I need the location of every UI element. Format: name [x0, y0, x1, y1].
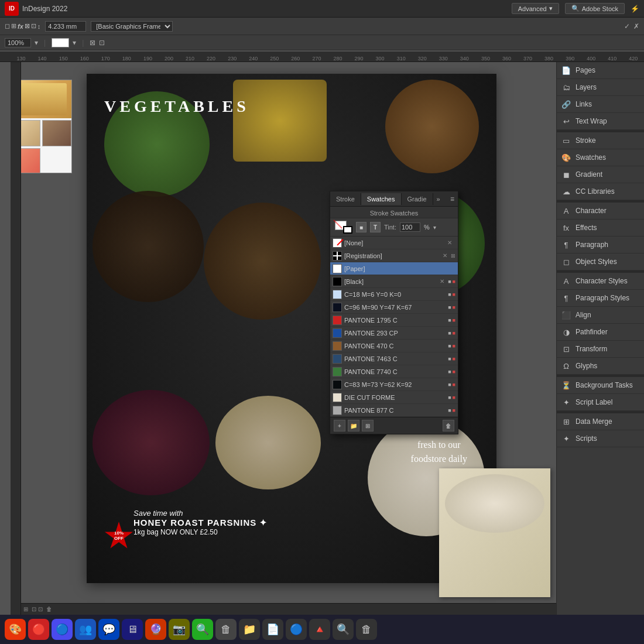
swatch-row-c83m73y62k92[interactable]: C=83 M=73 Y=62 K=92■■: [330, 378, 458, 391]
taskbar-icon-4[interactable]: 💬: [98, 619, 119, 640]
tab-stroke[interactable]: Stroke: [330, 193, 361, 205]
panel-item-paragraph[interactable]: ¶Paragraph: [557, 237, 644, 254]
new-swatch-icon[interactable]: +: [334, 420, 345, 431]
tint-arrow[interactable]: ▾: [433, 224, 436, 231]
advanced-button[interactable]: Advanced ▾: [512, 3, 559, 14]
swatch-type-c96m90y47k67: ■■: [448, 304, 455, 310]
swatch-row-die-cut-forme[interactable]: DIE CUT FORME■■: [330, 391, 458, 404]
panel-item-swatches[interactable]: 🎨Swatches: [557, 149, 644, 166]
panel-item-object-styles[interactable]: ◻Object Styles: [557, 254, 644, 270]
toolbar-row1: ◻ ⊞ fx ⊠ ⊡ ↕ [Basic Graphics Frame]+ [Ba…: [0, 18, 644, 35]
swatch-name-c96m90y47k67: C=96 M=90 Y=47 K=67: [344, 304, 444, 311]
none-indicator: [335, 221, 347, 230]
panel-item-scripts[interactable]: ✦Scripts: [557, 430, 644, 447]
panel-item-character[interactable]: ACharacter: [557, 203, 644, 220]
cc-libraries-icon: ☁: [561, 187, 571, 196]
swatch-row-paper[interactable]: [Paper]: [330, 262, 458, 275]
swatch-name-none: [None]: [344, 239, 445, 246]
swatch-color-pantone1795c: [333, 316, 342, 325]
swatch-row-pantone7740c[interactable]: PANTONE 7740 C■■: [330, 365, 458, 378]
taskbar-icon-8[interactable]: 🔍: [192, 619, 213, 640]
color-preview[interactable]: [335, 221, 352, 234]
adobe-stock-button[interactable]: 🔍 Adobe Stock: [565, 3, 625, 14]
panel-item-transform[interactable]: ⊡Transform: [557, 341, 644, 358]
grid-icon[interactable]: ⊞: [362, 420, 374, 431]
taskbar-extra-icon-3[interactable]: 🔺: [309, 619, 330, 640]
panel-item-links[interactable]: 🔗Links: [557, 96, 644, 113]
swatch-row-registration[interactable]: [Registration]✕⊠: [330, 249, 458, 262]
panel-item-script-label[interactable]: ✦Script Label: [557, 394, 644, 411]
taskbar-extra-icon-4[interactable]: 🔍: [333, 619, 354, 640]
panel-item-background-tasks[interactable]: ⏳Background Tasks: [557, 377, 644, 394]
panel-item-effects[interactable]: fxEffects: [557, 220, 644, 237]
panel-item-pathfinder[interactable]: ◑Pathfinder: [557, 324, 644, 341]
taskbar-icon-2[interactable]: 🔵: [52, 619, 73, 640]
stroke-label: Stroke: [576, 136, 596, 145]
panel-item-text-wrap[interactable]: ↩Text Wrap: [557, 113, 644, 130]
tint-input[interactable]: [400, 222, 420, 232]
character-styles-icon: A: [561, 276, 571, 286]
taskbar-extra-icon-0[interactable]: 📁: [239, 619, 260, 640]
swatches-icon: 🎨: [561, 153, 571, 162]
panel-item-layers[interactable]: 🗂Layers: [557, 79, 644, 96]
format-fill-btn[interactable]: ■: [356, 222, 366, 232]
tab-gradie[interactable]: Gradie: [402, 193, 433, 205]
swatch-row-black[interactable]: [Black]✕■■: [330, 275, 458, 288]
panel-item-paragraph-styles[interactable]: ¶Paragraph Styles: [557, 290, 644, 307]
swatch-color-none: [333, 238, 342, 248]
swatch-color-pantone293cp: [333, 328, 342, 338]
swatch-type-pantone7740c: ■■: [448, 369, 455, 375]
tab-swatches[interactable]: Swatches: [361, 193, 402, 205]
canvas-area[interactable]: A: [11, 62, 556, 615]
delete-swatch-icon[interactable]: 🗑: [443, 420, 454, 431]
align-icon: ⬛: [561, 310, 571, 320]
zoom-input[interactable]: [5, 38, 31, 47]
swatch-row-pantone1795c[interactable]: PANTONE 1795 C■■: [330, 314, 458, 327]
lightning-icon: ⚡: [631, 5, 639, 13]
taskbar-icon-1[interactable]: 🔴: [28, 619, 49, 640]
color-swatch-preview[interactable]: [52, 38, 69, 47]
folder-icon[interactable]: 📁: [348, 420, 359, 431]
swatch-row-none[interactable]: [None]✕: [330, 237, 458, 249]
swatch-row-pantone877c[interactable]: PANTONE 877 C■■: [330, 404, 458, 417]
taskbar-extra-icon-1[interactable]: 📄: [262, 619, 283, 640]
panel-item-character-styles[interactable]: ACharacter Styles: [557, 273, 644, 290]
more-tabs-button[interactable]: »: [433, 193, 444, 205]
taskbar-icon-3[interactable]: 👥: [75, 619, 96, 640]
swatch-type-pantone293cp: ■■: [448, 330, 455, 336]
taskbar-icon-9[interactable]: 🗑: [215, 619, 237, 640]
panel-item-stroke[interactable]: ▭Stroke: [557, 132, 644, 149]
frame-type-select[interactable]: [Basic Graphics Frame]+ [Basic Text Fram…: [91, 21, 173, 32]
align-label: Align: [576, 311, 591, 319]
character-styles-label: Character Styles: [576, 277, 628, 285]
panel-item-pages[interactable]: 📄Pages: [557, 62, 644, 79]
taskbar-extra-icon-5[interactable]: 🗑: [356, 619, 377, 640]
swatches-label: Swatches: [576, 153, 606, 162]
swatch-name-die-cut-forme: DIE CUT FORME: [344, 394, 444, 401]
x-value-input[interactable]: [45, 21, 86, 32]
swatch-row-pantone293cp[interactable]: PANTONE 293 CP■■: [330, 327, 458, 340]
format-T-btn[interactable]: T: [370, 222, 381, 232]
taskbar-icon-5[interactable]: 🖥: [122, 619, 143, 640]
taskbar-icon-7[interactable]: 📷: [169, 619, 190, 640]
panel-item-glyphs[interactable]: ΩGlyphs: [557, 358, 644, 375]
view-icon[interactable]: ⊡: [99, 39, 105, 47]
swatches-tab-bar: Stroke Swatches Gradie » ≡: [330, 191, 458, 207]
glyphs-icon: Ω: [561, 361, 571, 371]
panel-item-data-merge[interactable]: ⊞Data Merge: [557, 413, 644, 430]
top-bar: ID InDesign 2022 Advanced ▾ 🔍 Adobe Stoc…: [0, 0, 644, 18]
swatch-name-pantone7740c: PANTONE 7740 C: [344, 368, 444, 375]
swatch-row-pantone470c[interactable]: PANTONE 470 C■■: [330, 340, 458, 352]
taskbar-icon-0[interactable]: 🎨: [5, 619, 26, 640]
swatch-row-c96m90y47k67[interactable]: C=96 M=90 Y=47 K=67■■: [330, 301, 458, 314]
panel-close-button[interactable]: ≡: [447, 193, 458, 205]
swatch-row-c18m6y0k0[interactable]: C=18 M=6 Y=0 K=0■■: [330, 288, 458, 301]
taskbar-icon-6[interactable]: 🔮: [145, 619, 166, 640]
panel-item-gradient[interactable]: ◼Gradient: [557, 166, 644, 183]
fit-icon[interactable]: ⊠: [90, 39, 95, 47]
swatch-row-pantone7463c[interactable]: PANTONE 7463 C■■: [330, 352, 458, 365]
paragraph-icon: ¶: [561, 240, 571, 249]
panel-item-align[interactable]: ⬛Align: [557, 307, 644, 324]
panel-item-cc-libraries[interactable]: ☁CC Libraries: [557, 183, 644, 200]
taskbar-extra-icon-2[interactable]: 🔵: [286, 619, 307, 640]
